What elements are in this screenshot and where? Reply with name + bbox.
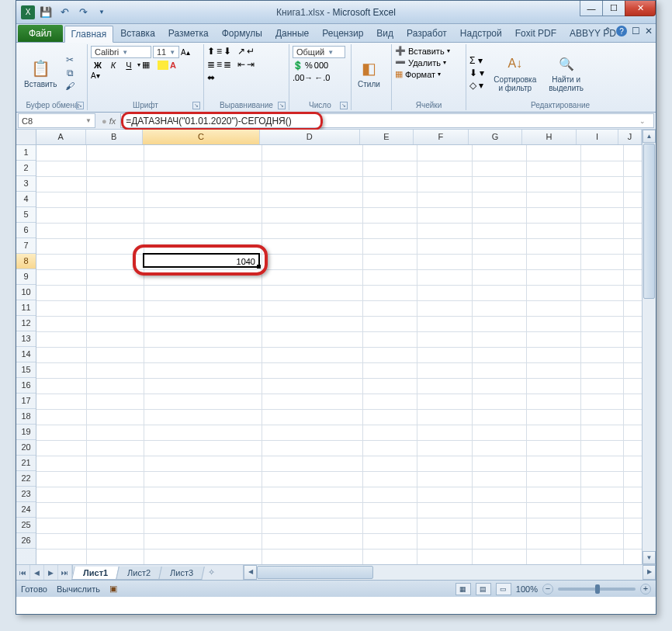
row-header-20[interactable]: 20	[16, 440, 36, 456]
font-color-icon[interactable]: A	[170, 61, 176, 70]
scroll-right-icon[interactable]: ▶	[643, 565, 656, 580]
row-header-25[interactable]: 25	[16, 518, 36, 533]
number-format-combo[interactable]: Общий▼	[293, 46, 345, 58]
vertical-scrollbar[interactable]: ▲ ▼	[642, 130, 656, 564]
col-header-G[interactable]: G	[469, 130, 522, 144]
comma-icon[interactable]: 000	[314, 61, 328, 71]
row-header-23[interactable]: 23	[16, 487, 36, 502]
decrease-indent-icon[interactable]: ⇤	[237, 59, 245, 70]
row-header-3[interactable]: 3	[16, 176, 36, 192]
row-header-7[interactable]: 7	[16, 238, 36, 254]
horizontal-scrollbar[interactable]: ◀ ▶	[243, 565, 656, 580]
align-middle-icon[interactable]: ≡	[216, 46, 222, 57]
align-bottom-icon[interactable]: ⬇	[223, 46, 231, 57]
insert-cells-button[interactable]: ➕ Вставить▾	[395, 46, 462, 56]
tab-developer[interactable]: Разработ	[400, 25, 453, 42]
format-cells-button[interactable]: ▦ Формат▾	[395, 69, 462, 79]
cut-icon[interactable]: ✂	[63, 54, 77, 66]
merge-icon[interactable]: ⬌	[207, 72, 215, 83]
row-header-13[interactable]: 13	[16, 331, 36, 347]
tab-formulas[interactable]: Формулы	[216, 25, 268, 42]
tab-home[interactable]: Главная	[64, 26, 114, 43]
view-pagebreak-icon[interactable]: ▭	[496, 583, 511, 595]
scroll-down-icon[interactable]: ▼	[643, 551, 656, 564]
number-launcher-icon[interactable]: ↘	[340, 102, 348, 109]
row-header-24[interactable]: 24	[16, 502, 36, 518]
save-icon[interactable]: 💾	[38, 5, 54, 20]
sheet-tab-3[interactable]: Лист3	[158, 567, 205, 580]
sheet-tab-2[interactable]: Лист2	[116, 567, 162, 580]
currency-icon[interactable]: 💲	[293, 61, 303, 71]
sheet-last-icon[interactable]: ⏭	[58, 565, 72, 580]
increase-decimal-icon[interactable]: .00→	[293, 73, 313, 82]
tab-file[interactable]: Файл	[18, 25, 63, 42]
zoom-slider[interactable]	[558, 588, 636, 591]
restore-workbook-icon[interactable]: ☐	[632, 26, 640, 36]
close-button[interactable]: ✕	[625, 1, 656, 16]
align-center-icon[interactable]: ≡	[216, 59, 222, 70]
scroll-left-icon[interactable]: ◀	[244, 565, 257, 580]
tab-addins[interactable]: Надстрой	[454, 25, 508, 42]
percent-icon[interactable]: %	[305, 61, 313, 71]
row-header-19[interactable]: 19	[16, 425, 36, 440]
hscroll-thumb[interactable]	[257, 566, 373, 579]
col-header-F[interactable]: F	[414, 130, 468, 144]
fx-circle-icon[interactable]: ●	[102, 116, 107, 126]
select-all-corner[interactable]	[16, 130, 36, 145]
align-top-icon[interactable]: ⬆	[207, 46, 215, 57]
redo-icon[interactable]: ↷	[75, 5, 91, 20]
orientation-icon[interactable]: ↗	[237, 46, 245, 57]
bold-button[interactable]: Ж	[91, 61, 105, 70]
fill-handle[interactable]	[257, 265, 261, 269]
row-header-14[interactable]: 14	[16, 347, 36, 362]
clipboard-launcher-icon[interactable]: ↘	[76, 102, 84, 109]
qat-dropdown-icon[interactable]: ▼	[94, 5, 109, 20]
align-right-icon[interactable]: ≣	[223, 59, 231, 70]
col-header-I[interactable]: I	[577, 130, 619, 144]
font-launcher-icon[interactable]: ↘	[192, 102, 200, 109]
tab-layout[interactable]: Разметка	[162, 25, 215, 42]
font-size-combo[interactable]: 11▼	[153, 46, 179, 58]
col-header-E[interactable]: E	[360, 130, 414, 144]
underline-button[interactable]: Ч	[122, 61, 136, 70]
decrease-font-icon[interactable]: A▾	[91, 71, 100, 80]
row-header-4[interactable]: 4	[16, 192, 36, 207]
row-header-2[interactable]: 2	[16, 161, 36, 176]
wrap-text-icon[interactable]: ↵	[247, 46, 255, 57]
tab-review[interactable]: Рецензир	[316, 25, 369, 42]
col-header-A[interactable]: A	[36, 130, 86, 144]
row-header-5[interactable]: 5	[16, 207, 36, 223]
sheet-prev-icon[interactable]: ◀	[30, 565, 44, 580]
format-painter-icon[interactable]: 🖌	[63, 80, 77, 92]
tab-view[interactable]: Вид	[370, 25, 400, 42]
col-header-D[interactable]: D	[260, 130, 360, 144]
align-left-icon[interactable]: ≣	[207, 59, 215, 70]
cells-area[interactable]: 1040	[36, 145, 642, 564]
scroll-up-icon[interactable]: ▲	[643, 130, 656, 143]
active-cell[interactable]: 1040	[143, 253, 260, 268]
styles-button[interactable]: ◧ Стили	[355, 57, 383, 90]
formula-input[interactable]: =ДАТАЗНАЧ("01.01.2020")-СЕГОДНЯ() ⌄	[120, 113, 654, 128]
help-icon[interactable]: ?	[616, 26, 627, 36]
alignment-launcher-icon[interactable]: ↘	[278, 102, 286, 109]
find-select-button[interactable]: 🔍 Найти и выделить	[546, 52, 587, 94]
vscroll-thumb[interactable]	[643, 144, 655, 299]
row-header-21[interactable]: 21	[16, 456, 36, 471]
delete-cells-button[interactable]: ➖ Удалить▾	[395, 57, 462, 68]
fill-icon[interactable]: ⬇ ▾	[469, 68, 484, 78]
view-normal-icon[interactable]: ▦	[456, 583, 471, 595]
increase-font-icon[interactable]: A▴	[181, 48, 190, 57]
name-box[interactable]: C8 ▼	[18, 113, 95, 128]
row-header-9[interactable]: 9	[16, 269, 36, 285]
clear-icon[interactable]: ◇ ▾	[469, 80, 484, 91]
decrease-decimal-icon[interactable]: ←.0	[314, 73, 330, 82]
sheet-next-icon[interactable]: ▶	[44, 565, 58, 580]
row-header-1[interactable]: 1	[16, 145, 36, 161]
col-header-B[interactable]: B	[86, 130, 143, 144]
row-header-26[interactable]: 26	[16, 533, 36, 549]
row-header-17[interactable]: 17	[16, 394, 36, 409]
tab-data[interactable]: Данные	[269, 25, 315, 42]
row-header-22[interactable]: 22	[16, 471, 36, 487]
minimize-button[interactable]: —	[580, 1, 603, 16]
row-header-12[interactable]: 12	[16, 316, 36, 331]
